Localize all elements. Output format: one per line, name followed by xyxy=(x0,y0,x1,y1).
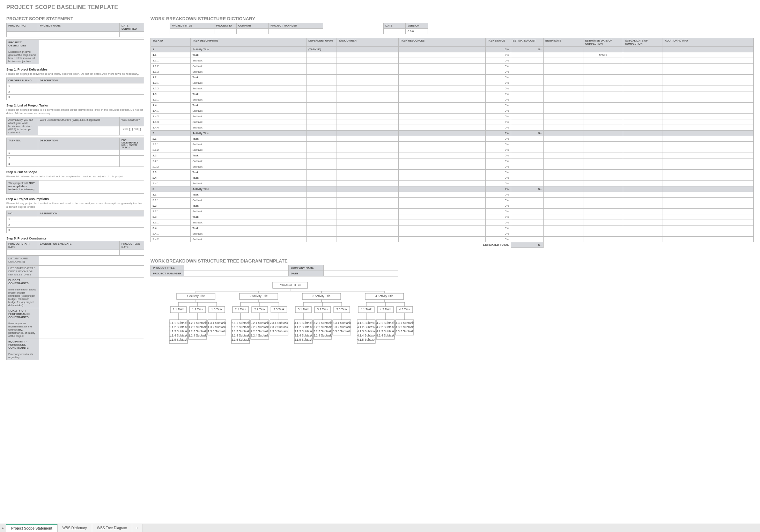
cell-actual-completion[interactable] xyxy=(623,192,663,198)
cell-dependent[interactable] xyxy=(307,119,337,125)
cell-dependent[interactable] xyxy=(307,114,337,119)
cell-task-desc[interactable]: Subtask xyxy=(191,220,307,226)
cell-cost[interactable] xyxy=(511,192,543,198)
cell-owner[interactable] xyxy=(337,97,398,103)
cell[interactable] xyxy=(39,256,144,266)
cell-begin[interactable] xyxy=(543,97,583,103)
cell-resources[interactable] xyxy=(398,209,485,214)
cell-additional[interactable] xyxy=(663,198,754,203)
cell-actual-completion[interactable] xyxy=(623,214,663,220)
cell-task-desc[interactable]: Subtask xyxy=(191,142,307,147)
cell-actual-completion[interactable] xyxy=(623,164,663,170)
cell-actual-completion[interactable] xyxy=(623,181,663,186)
cell-task-id[interactable]: 2.4 xyxy=(151,175,191,181)
cell-task-desc[interactable]: Task xyxy=(191,170,307,175)
cell-resources[interactable] xyxy=(398,231,485,237)
cell-resources[interactable] xyxy=(398,114,485,119)
cell-owner[interactable] xyxy=(337,52,398,58)
cell-additional[interactable] xyxy=(663,214,754,220)
cell-owner[interactable] xyxy=(337,231,398,237)
cell-status[interactable]: 0% xyxy=(485,125,511,131)
cell-task-desc[interactable]: Activity Title xyxy=(191,186,307,192)
cell-task-desc[interactable]: Task xyxy=(191,203,307,209)
cell-task-desc[interactable]: Task xyxy=(191,192,307,198)
cell-begin[interactable] xyxy=(543,209,583,214)
cell-owner[interactable] xyxy=(337,158,398,164)
cell-cost[interactable] xyxy=(511,91,543,97)
cell-actual-completion[interactable] xyxy=(623,237,663,242)
cell-est-completion[interactable] xyxy=(583,69,623,75)
cell-task-desc[interactable]: Task xyxy=(191,175,307,181)
cell-resources[interactable] xyxy=(398,52,485,58)
cell-est-completion[interactable] xyxy=(583,75,623,80)
cell-resources[interactable] xyxy=(398,147,485,153)
cell-task-id[interactable]: 1.3.1 xyxy=(151,97,191,103)
cell-additional[interactable] xyxy=(663,52,754,58)
cell-task-desc[interactable]: Task xyxy=(191,52,307,58)
cell-dependent[interactable] xyxy=(307,64,337,69)
cell-status[interactable]: 0% xyxy=(485,108,511,114)
cell[interactable] xyxy=(120,161,144,167)
cell[interactable]: 2 xyxy=(7,89,38,95)
cell-resources[interactable] xyxy=(398,226,485,231)
cell-est-completion[interactable] xyxy=(583,47,623,52)
cell[interactable] xyxy=(7,32,38,37)
cell-dependent[interactable] xyxy=(307,52,337,58)
cell-cost[interactable] xyxy=(511,220,543,226)
cell-begin[interactable] xyxy=(543,119,583,125)
cell-task-desc[interactable]: Subtask xyxy=(191,209,307,214)
cell-additional[interactable] xyxy=(663,170,754,175)
cell-est-completion[interactable] xyxy=(583,209,623,214)
cell-task-id[interactable]: 3.4 xyxy=(151,226,191,231)
cell-cost[interactable] xyxy=(511,147,543,153)
cell-dependent[interactable] xyxy=(307,231,337,237)
cell-est-completion[interactable] xyxy=(583,170,623,175)
cell-actual-completion[interactable] xyxy=(623,198,663,203)
cell-additional[interactable] xyxy=(663,231,754,237)
cell-task-id[interactable]: 2.4.1 xyxy=(151,181,191,186)
cell-actual-completion[interactable] xyxy=(623,52,663,58)
cell-status[interactable]: 0% xyxy=(485,142,511,147)
cell[interactable] xyxy=(120,150,144,156)
cell-status[interactable]: 0% xyxy=(485,237,511,242)
cell-est-completion[interactable] xyxy=(583,158,623,164)
cell-additional[interactable] xyxy=(663,136,754,142)
cell-resources[interactable] xyxy=(398,142,485,147)
cell-task-id[interactable]: 1.1.2 xyxy=(151,64,191,69)
cell-status[interactable]: 0% xyxy=(485,64,511,69)
cell-resources[interactable] xyxy=(398,220,485,226)
cell-task-id[interactable]: 1.2 xyxy=(151,75,191,80)
cell-resources[interactable] xyxy=(398,75,485,80)
cell-additional[interactable] xyxy=(663,75,754,80)
cell-task-desc[interactable]: Task xyxy=(191,91,307,97)
cell-actual-completion[interactable] xyxy=(623,136,663,142)
cell[interactable] xyxy=(38,222,144,228)
cell-additional[interactable] xyxy=(663,175,754,181)
cell-cost[interactable] xyxy=(511,114,543,119)
cell-est-completion[interactable] xyxy=(583,214,623,220)
version-cell[interactable]: 0.0.0 xyxy=(406,29,428,34)
cell-cost[interactable] xyxy=(511,75,543,80)
cell-status[interactable]: 0% xyxy=(485,119,511,125)
cell-est-completion[interactable] xyxy=(583,119,623,125)
cell-actual-completion[interactable] xyxy=(623,86,663,91)
cell-task-id[interactable]: 3 xyxy=(151,186,191,192)
cell-actual-completion[interactable] xyxy=(623,209,663,214)
cell-owner[interactable] xyxy=(337,170,398,175)
cell-cost[interactable] xyxy=(511,103,543,108)
wbs-link-cell[interactable] xyxy=(38,126,120,135)
cell-task-id[interactable]: 3.3 xyxy=(151,214,191,220)
cell-dependent[interactable] xyxy=(307,58,337,64)
cell[interactable] xyxy=(324,265,398,271)
cell-actual-completion[interactable] xyxy=(623,231,663,237)
cell-owner[interactable] xyxy=(337,47,398,52)
cell-resources[interactable] xyxy=(398,58,485,64)
cell-resources[interactable] xyxy=(398,119,485,125)
cell[interactable] xyxy=(214,29,237,34)
cell-status[interactable]: 0% xyxy=(485,181,511,186)
cell-resources[interactable] xyxy=(398,97,485,103)
cell-begin[interactable] xyxy=(543,75,583,80)
cell-actual-completion[interactable] xyxy=(623,147,663,153)
cell-dependent[interactable] xyxy=(307,198,337,203)
cell[interactable]: 1 xyxy=(7,150,38,156)
